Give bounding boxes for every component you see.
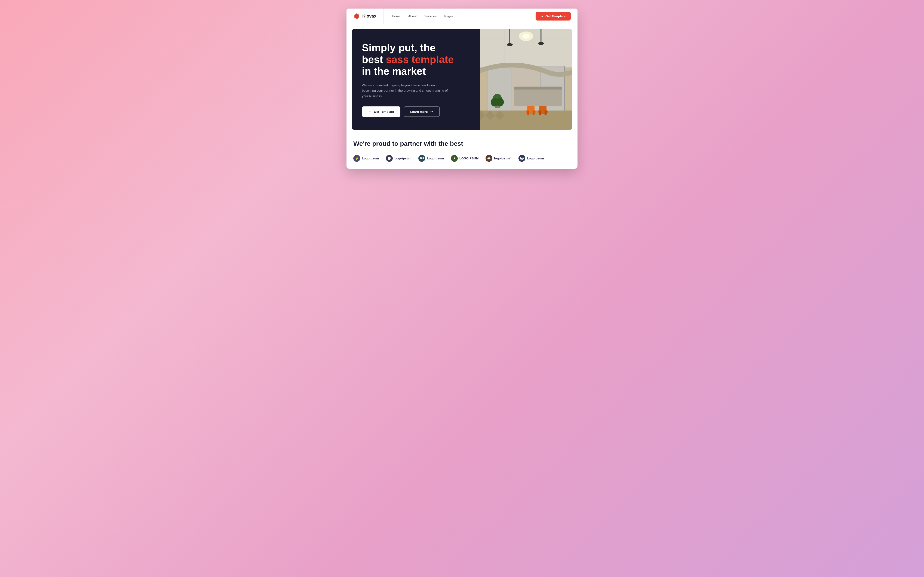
partner-logo-3-name: Logoipsum <box>427 156 444 160</box>
svg-point-38 <box>496 98 504 106</box>
partner-logo-6-name: Logoipsum <box>527 156 544 160</box>
partner-logo-5: logoipsum® <box>486 155 512 162</box>
partner-logo-3-icon <box>418 155 425 162</box>
bolt-icon <box>541 15 544 18</box>
partner-logo-5-name: logoipsum® <box>494 156 512 160</box>
nav-item-home[interactable]: Home <box>392 15 401 18</box>
navbar: Klovax Home About Services Pages Get Tem… <box>347 8 578 24</box>
arrow-right-icon <box>430 110 433 113</box>
brand-icon <box>353 13 360 20</box>
partners-title: We're proud to partner with the best <box>353 140 571 147</box>
svg-point-16 <box>507 43 513 46</box>
partner-logo-1-name: Logoipsum <box>362 156 379 160</box>
hero-section: Simply put, the best sass template in th… <box>352 29 572 130</box>
partner-logo-2: Logoipsum <box>386 155 412 162</box>
partner-logo-4-icon <box>451 155 458 162</box>
hero-subtext: We are committed to going beyond issue r… <box>362 82 452 99</box>
partner-logo-5-icon <box>486 155 493 162</box>
partners-section: We're proud to partner with the best ⚡ L… <box>347 130 578 169</box>
svg-point-44 <box>521 158 523 159</box>
browser-window: Klovax Home About Services Pages Get Tem… <box>347 8 578 169</box>
hero-headline: Simply put, the best sass template in th… <box>362 42 470 77</box>
svg-rect-21 <box>488 66 488 114</box>
nav-item-services[interactable]: Services <box>424 15 437 18</box>
partner-logo-2-name: Logoipsum <box>394 156 412 160</box>
get-template-button-hero[interactable]: Get Template <box>362 106 401 117</box>
nav-item-pages[interactable]: Pages <box>444 15 454 18</box>
svg-rect-29 <box>527 111 529 115</box>
svg-point-18 <box>538 42 544 45</box>
svg-rect-15 <box>509 29 510 44</box>
svg-point-14 <box>522 34 530 39</box>
svg-rect-17 <box>541 29 541 42</box>
svg-rect-33 <box>539 111 541 115</box>
hero-right-panel <box>480 29 572 130</box>
nav-menu: Home About Services Pages <box>392 15 529 18</box>
svg-rect-30 <box>533 111 535 115</box>
svg-rect-34 <box>544 111 546 115</box>
nav-item-about[interactable]: About <box>408 15 417 18</box>
partner-logo-6: Logoipsum <box>519 155 544 162</box>
partners-logo-list: ⚡ Logoipsum Logoipsum <box>353 155 571 162</box>
hero-accent-text: sass template <box>386 54 454 65</box>
brand-name: Klovax <box>362 14 376 19</box>
svg-rect-26 <box>480 111 572 130</box>
partner-logo-1-icon: ⚡ <box>353 155 360 162</box>
partner-logo-3: Logoipsum <box>418 155 444 162</box>
learn-more-button-hero[interactable]: Learn more <box>404 106 440 117</box>
partner-logo-1: ⚡ Logoipsum <box>353 155 379 162</box>
get-template-button-nav[interactable]: Get Template <box>536 12 571 21</box>
partner-logo-4: LOGOIPSUM <box>451 155 479 162</box>
svg-rect-25 <box>514 87 562 89</box>
office-illustration <box>480 29 572 130</box>
brand-logo[interactable]: Klovax <box>353 8 383 24</box>
download-icon <box>368 110 372 113</box>
hero-left-panel: Simply put, the best sass template in th… <box>352 29 480 130</box>
partner-logo-4-name: LOGOIPSUM <box>459 156 479 160</box>
partner-logo-2-icon <box>386 155 393 162</box>
hero-button-group: Get Template Learn more <box>362 106 470 117</box>
partner-logo-6-icon <box>519 155 525 162</box>
